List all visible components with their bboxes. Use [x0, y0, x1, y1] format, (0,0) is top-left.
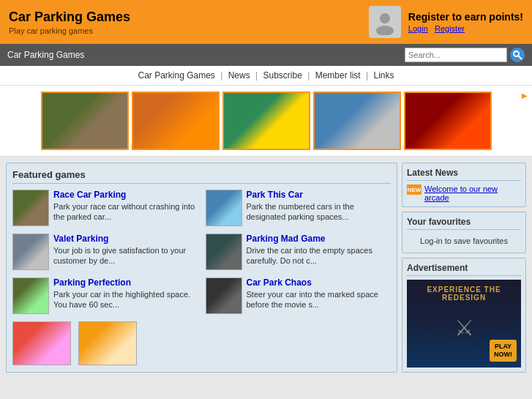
game-info-3: Valet Parking Your job is to give satisf…: [53, 234, 198, 266]
featured-img-1[interactable]: [41, 92, 129, 150]
svg-point-0: [380, 13, 390, 23]
news-link[interactable]: Welcome to our new arcade: [424, 184, 521, 202]
game-item-6: Car Park Chaos Steer your car into the m…: [206, 277, 391, 314]
login-link[interactable]: Login: [408, 24, 428, 33]
ad-arrow-icon: ▶: [522, 92, 528, 100]
site-title: Car Parking Games: [9, 10, 130, 25]
nav-subscribe-link[interactable]: Subscribe: [263, 70, 301, 81]
game-desc-1: Park your race car without crashing into…: [53, 201, 198, 223]
bottom-game-img-2[interactable]: [78, 321, 137, 365]
game-info-4: Parking Mad Game Drive the car into the …: [247, 234, 391, 266]
news-item: NEW Welcome to our new arcade: [407, 184, 521, 202]
ad-content: EXPERIENCE THE REDESIGN ⚔ PLAYNOW!: [407, 280, 521, 368]
game-item-2: Park This Car Park the numbered cars in …: [206, 190, 391, 226]
header-right: Register to earn points! Login Register: [369, 6, 523, 38]
avatar: [369, 6, 401, 38]
content-area: Featured games Race Car Parking Park you…: [0, 157, 532, 379]
advertisement-box: Advertisement EXPERIENCE THE REDESIGN ⚔ …: [402, 258, 526, 373]
bottom-game-img-1[interactable]: [12, 321, 71, 365]
featured-img-2[interactable]: [132, 92, 220, 150]
featured-games-panel: Featured games Race Car Parking Park you…: [6, 163, 397, 373]
game-thumb-5[interactable]: [12, 277, 49, 314]
game-title-1[interactable]: Race Car Parking: [53, 190, 198, 200]
register-prompt: Register to earn points!: [408, 11, 523, 23]
game-thumb-6[interactable]: [206, 277, 242, 314]
featured-row: ▶: [0, 86, 532, 157]
play-now-badge[interactable]: PLAYNOW!: [490, 340, 517, 362]
game-item-1: Race Car Parking Park your race car with…: [12, 190, 198, 226]
featured-games-title: Featured games: [12, 169, 391, 184]
game-thumb-1[interactable]: [12, 190, 49, 226]
game-info-6: Car Park Chaos Steer your car into the m…: [247, 277, 391, 310]
latest-news-box: Latest News NEW Welcome to our new arcad…: [402, 163, 526, 207]
nav-bar: Car Parking Games: [0, 44, 532, 66]
game-item-4: Parking Mad Game Drive the car into the …: [206, 234, 391, 270]
game-title-6[interactable]: Car Park Chaos: [247, 277, 391, 288]
game-desc-3: Your job is to give satisfaction to your…: [53, 245, 198, 266]
nav-home-link[interactable]: Car Parking Games: [138, 70, 214, 81]
nav-links-link[interactable]: Links: [374, 70, 394, 81]
site-subtitle: Play car parking games: [9, 26, 130, 35]
game-item-5: Parking Perfection Park your car in the …: [12, 277, 198, 314]
register-info: Register to earn points! Login Register: [408, 11, 523, 33]
header-branding: Car Parking Games Play car parking games: [9, 10, 130, 35]
svg-point-2: [514, 51, 519, 56]
featured-img-3[interactable]: [222, 92, 310, 150]
game-thumb-4[interactable]: [206, 234, 242, 270]
game-desc-2: Park the numbered cars in the designated…: [247, 201, 391, 223]
svg-line-3: [519, 56, 522, 60]
ad-banner[interactable]: EXPERIENCE THE REDESIGN ⚔ PLAYNOW!: [407, 280, 521, 368]
games-grid: Race Car Parking Park your race car with…: [12, 190, 391, 314]
game-desc-6: Steer your car into the marked space bef…: [247, 289, 391, 310]
game-thumb-3[interactable]: [12, 234, 49, 270]
game-info-5: Parking Perfection Park your car in the …: [53, 277, 198, 310]
advertisement-title: Advertisement: [407, 263, 521, 276]
game-desc-4: Drive the car into the empty spaces care…: [247, 245, 391, 266]
register-link[interactable]: Register: [435, 24, 465, 33]
game-desc-5: Park your car in the highlighted space. …: [53, 289, 198, 310]
news-icon: NEW: [407, 184, 422, 195]
ad-text: EXPERIENCE THE REDESIGN: [407, 286, 521, 302]
svg-point-1: [376, 26, 394, 35]
register-links: Login Register: [408, 24, 523, 33]
ad-figure-icon: ⚔: [454, 315, 474, 340]
breadcrumb: Car Parking Games: [7, 50, 84, 60]
game-title-3[interactable]: Valet Parking: [53, 234, 198, 244]
featured-img-4[interactable]: [313, 92, 401, 150]
main-nav: Car Parking Games | News | Subscribe | M…: [0, 66, 532, 86]
game-info-2: Park This Car Park the numbered cars in …: [247, 190, 391, 223]
favourites-text: Log-in to save favourites: [407, 234, 521, 248]
search-button[interactable]: [510, 48, 525, 62]
search-input[interactable]: [405, 48, 507, 62]
favourites-title: Your favourites: [407, 217, 521, 230]
search-area: [405, 48, 525, 62]
site-header: Car Parking Games Play car parking games…: [0, 0, 532, 44]
bottom-games: [12, 321, 391, 365]
featured-img-5[interactable]: [404, 92, 492, 150]
latest-news-title: Latest News: [407, 168, 521, 181]
game-info-1: Race Car Parking Park your race car with…: [53, 190, 198, 223]
game-title-5[interactable]: Parking Perfection: [53, 277, 198, 288]
nav-members-link[interactable]: Member list: [315, 70, 361, 81]
sidebar: Latest News NEW Welcome to our new arcad…: [402, 163, 526, 373]
nav-news-link[interactable]: News: [228, 70, 250, 81]
game-thumb-2[interactable]: [206, 190, 242, 226]
favourites-box: Your favourites Log-in to save favourite…: [402, 212, 526, 253]
game-title-2[interactable]: Park This Car: [247, 190, 391, 200]
game-title-4[interactable]: Parking Mad Game: [247, 234, 391, 244]
game-item-3: Valet Parking Your job is to give satisf…: [12, 234, 198, 270]
